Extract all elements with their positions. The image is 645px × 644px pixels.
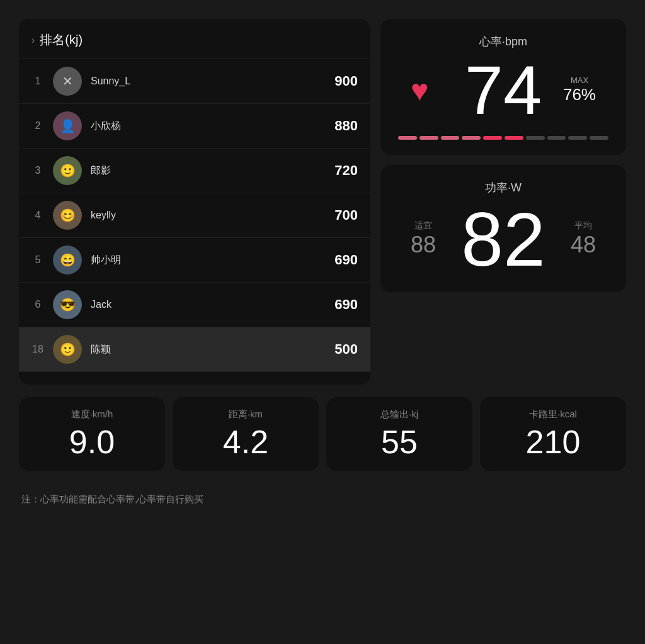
rank-score: 690 <box>334 297 358 313</box>
power-average-value: 48 <box>571 232 596 258</box>
ranking-header: › 排名(kj) <box>19 31 370 59</box>
ranking-item: 3 🙂 郎影 720 <box>19 149 370 193</box>
rank-name: Sunny_L <box>91 76 326 87</box>
rank-number: 2 <box>31 120 44 132</box>
power-suitable-label: 适宜 <box>411 220 436 232</box>
stat-value: 210 <box>490 426 616 458</box>
rank-score: 690 <box>334 252 358 268</box>
stat-label: 总输出·kj <box>336 409 462 421</box>
hr-bar-seg4 <box>462 136 481 140</box>
rank-avatar: 🙂 <box>53 335 82 364</box>
power-average-label: 平均 <box>571 220 596 232</box>
hr-bar-seg8 <box>547 136 566 140</box>
hr-bar-seg6 <box>505 136 523 140</box>
ranking-item: 6 😎 Jack 690 <box>19 283 370 327</box>
hr-bar-seg9 <box>568 136 587 140</box>
ranking-item: 4 😊 keylly 700 <box>19 193 370 238</box>
ranking-item: 1 ✕ Sunny_L 900 <box>19 59 370 104</box>
ranking-item: 18 🙂 陈颖 500 <box>19 327 370 372</box>
rank-score: 500 <box>334 341 358 358</box>
rank-score: 720 <box>334 162 358 179</box>
rank-name: 陈颖 <box>91 343 326 356</box>
hr-value: 74 <box>465 55 542 125</box>
rank-avatar: 😊 <box>53 201 82 230</box>
bottom-stats: 速度·km/h 9.0 距离·km 4.2 总输出·kj 55 卡路里·kcal… <box>19 397 626 471</box>
rank-avatar: 🙂 <box>53 156 82 185</box>
stat-label: 卡路里·kcal <box>490 409 616 421</box>
hr-title: 心率·bpm <box>398 34 608 49</box>
hr-bar <box>398 136 608 140</box>
ranking-title: 排名(kj) <box>40 31 83 48</box>
ranking-item: 2 👤 小欣杨 880 <box>19 104 370 149</box>
rank-score: 900 <box>334 73 358 89</box>
hr-bar-seg3 <box>441 136 460 140</box>
rank-name: 帅小明 <box>91 254 326 267</box>
rank-number: 6 <box>31 299 44 310</box>
ranking-chevron-icon: › <box>31 35 35 46</box>
power-suitable: 适宜 88 <box>411 220 436 258</box>
stat-label: 速度·km/h <box>29 409 155 421</box>
stat-value: 4.2 <box>183 426 309 458</box>
rank-avatar: 👤 <box>53 111 82 140</box>
rank-number: 18 <box>31 344 44 355</box>
power-average: 平均 48 <box>571 220 596 258</box>
rank-avatar: ✕ <box>53 67 82 96</box>
rank-number: 4 <box>31 210 44 221</box>
stat-card: 距离·km 4.2 <box>173 397 319 471</box>
power-title: 功率·W <box>398 180 608 195</box>
rank-name: Jack <box>91 299 326 310</box>
hr-max: MAX 76% <box>563 76 596 105</box>
rank-number: 3 <box>31 165 44 176</box>
stat-card: 总输出·kj 55 <box>326 397 472 471</box>
ranking-item: 5 😄 帅小明 690 <box>19 238 370 283</box>
hr-bar-seg2 <box>420 136 438 140</box>
rank-number: 1 <box>31 76 44 87</box>
ranking-card: › 排名(kj) 1 ✕ Sunny_L 900 2 👤 小欣杨 880 3 🙂… <box>19 19 370 385</box>
rank-number: 5 <box>31 254 44 266</box>
stat-card: 速度·km/h 9.0 <box>19 397 165 471</box>
power-card: 功率·W 适宜 88 82 平均 48 <box>380 165 626 292</box>
rank-name: keylly <box>91 210 326 221</box>
power-value: 82 <box>461 201 545 277</box>
stat-card: 卡路里·kcal 210 <box>480 397 626 471</box>
hr-bar-seg1 <box>398 136 417 140</box>
hr-max-label: MAX <box>563 76 596 85</box>
rank-score: 880 <box>334 118 358 134</box>
hr-bar-seg7 <box>526 136 545 140</box>
stat-label: 距离·km <box>183 409 309 421</box>
heart-rate-card: 心率·bpm ♥ 74 MAX 76% <box>380 19 626 155</box>
ranking-list: 1 ✕ Sunny_L 900 2 👤 小欣杨 880 3 🙂 郎影 720 4… <box>19 59 370 372</box>
rank-score: 700 <box>334 207 358 223</box>
stat-value: 9.0 <box>29 426 155 458</box>
hr-max-value: 76% <box>563 85 596 105</box>
power-suitable-value: 88 <box>411 232 436 258</box>
rank-avatar: 😄 <box>53 246 82 274</box>
rank-name: 小欣杨 <box>91 120 326 133</box>
footnote: 注：心率功能需配合心率带,心率带自行购买 <box>19 481 626 506</box>
hr-bar-seg5 <box>483 136 502 140</box>
rank-name: 郎影 <box>91 164 326 178</box>
heart-icon: ♥ <box>411 73 429 108</box>
hr-bar-seg10 <box>590 136 608 140</box>
rank-avatar: 😎 <box>53 290 82 319</box>
stat-value: 55 <box>336 426 462 458</box>
